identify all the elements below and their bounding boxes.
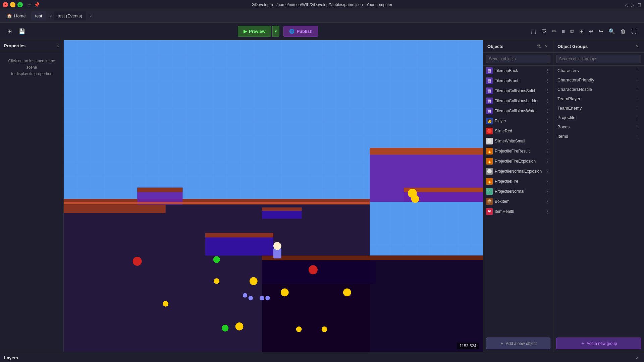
- add-new-object-button[interactable]: ＋ Add a new object: [486, 338, 550, 349]
- object-item-tilemapback[interactable]: ▦ TilemapBack ⋮: [483, 66, 553, 76]
- undo-button[interactable]: ↩: [587, 27, 595, 36]
- object-item-projectilefireresult[interactable]: 🔥 ProjectileFireResult ⋮: [483, 146, 553, 156]
- tab-test-close[interactable]: ×: [49, 14, 52, 18]
- group-name-teamplayer: TeamPlayer: [557, 96, 581, 101]
- collision-button[interactable]: 🛡: [539, 27, 549, 36]
- object-more-projectilefire[interactable]: ⋮: [544, 179, 550, 184]
- object-more-tilemapback[interactable]: ⋮: [544, 68, 550, 73]
- object-item-tilemapfront[interactable]: ▦ TilemapFront ⋮: [483, 76, 553, 86]
- object-item-tilemapcollisionsladder[interactable]: ▦ TilemapCollisionsLadder ⋮: [483, 96, 553, 106]
- arrow-right-icon[interactable]: ▷: [631, 2, 635, 7]
- object-name-projectilenormal: ProjectileNormal: [495, 189, 542, 194]
- object-item-projectilefireexplosion[interactable]: 🔥 ProjectileFireExplosion ⋮: [483, 156, 553, 166]
- objects-panel-title: Objects: [487, 44, 503, 49]
- object-item-projectilenormalexplosion[interactable]: ⚪ ProjectileNormalExplosion ⋮: [483, 166, 553, 176]
- preview-button[interactable]: ▶ Preview: [238, 26, 271, 37]
- save-button[interactable]: 💾: [16, 27, 27, 36]
- expand-icon[interactable]: ⊡: [637, 2, 641, 7]
- tab-home[interactable]: 🏠 Home: [3, 11, 30, 20]
- object-more-projectilefireexplosion[interactable]: ⋮: [544, 159, 550, 164]
- group-more-items[interactable]: ⋮: [634, 133, 640, 139]
- object-item-projectilenormal[interactable]: 〰 ProjectileNormal ⋮: [483, 186, 553, 196]
- group-more-charactershostile[interactable]: ⋮: [634, 86, 640, 92]
- group-more-boxes[interactable]: ⋮: [634, 124, 640, 129]
- object-more-projectilenormalexplosion[interactable]: ⋮: [544, 169, 550, 174]
- window-maximize-button[interactable]: □: [17, 2, 23, 7]
- tab-test-events[interactable]: test (Events): [54, 11, 86, 20]
- object-icon-projectilefireresult: 🔥: [486, 148, 493, 155]
- menu-icon[interactable]: ☰: [28, 2, 32, 7]
- object-item-tilemapcollisionswater[interactable]: ▦ TilemapCollisionsWater ⋮: [483, 106, 553, 116]
- object-item-projectilefire[interactable]: 🔥 ProjectileFire ⋮: [483, 176, 553, 186]
- zoom-button[interactable]: 🔍: [606, 27, 617, 36]
- objects-search-input[interactable]: [486, 55, 550, 63]
- object-item-player[interactable]: 🧑 Player ⋮: [483, 116, 553, 126]
- pin-icon: 📌: [34, 2, 40, 7]
- object-item-itemhealth[interactable]: ❤ ItemHealth ⋮: [483, 206, 553, 217]
- delete-button[interactable]: 🗑: [619, 27, 628, 36]
- 3d-view-button[interactable]: ⬚: [529, 27, 538, 36]
- object-more-player[interactable]: ⋮: [544, 118, 550, 124]
- group-item-teamplayer[interactable]: TeamPlayer ⋮: [553, 94, 644, 103]
- window-minimize-button[interactable]: −: [10, 2, 15, 7]
- object-more-slimered[interactable]: ⋮: [544, 128, 550, 134]
- layer-button[interactable]: ⧉: [568, 27, 576, 36]
- group-more-characters[interactable]: ⋮: [634, 68, 640, 73]
- group-item-projectile[interactable]: Projectile ⋮: [553, 113, 644, 122]
- object-more-tilemapcollisionssolid[interactable]: ⋮: [544, 88, 550, 94]
- group-more-teamplayer[interactable]: ⋮: [634, 96, 640, 101]
- group-name-charactershostile: CharactersHostile: [557, 87, 592, 92]
- object-name-boxitem: BoxItem: [495, 199, 542, 204]
- group-item-teamenemy[interactable]: TeamEnemy ⋮: [553, 103, 644, 113]
- fullscreen-button[interactable]: ⛶: [629, 27, 639, 36]
- grid-button[interactable]: ⊞: [577, 27, 586, 36]
- object-more-tilemapfront[interactable]: ⋮: [544, 78, 550, 83]
- object-icon-projectilefireexplosion: 🔥: [486, 158, 493, 165]
- object-item-slimewhitesmall[interactable]: ⚪ SlimeWhiteSmall ⋮: [483, 136, 553, 146]
- redo-button[interactable]: ↪: [597, 27, 605, 36]
- object-icon-projectilenormalexplosion: ⚪: [486, 168, 493, 175]
- groups-search-input[interactable]: [556, 55, 641, 63]
- object-more-projectilenormal[interactable]: ⋮: [544, 189, 550, 194]
- object-item-boxitem[interactable]: 📦 BoxItem ⋮: [483, 196, 553, 206]
- object-more-projectilefireresult[interactable]: ⋮: [544, 148, 550, 154]
- group-name-items: Items: [557, 134, 568, 139]
- window-close-button[interactable]: ×: [3, 2, 8, 7]
- object-item-tilemapcollisionssolid[interactable]: ▦ TilemapCollisionsSolid ⋮: [483, 86, 553, 96]
- tab-test-events-label: test (Events): [58, 13, 82, 18]
- object-more-slimewhitesmall[interactable]: ⋮: [544, 138, 550, 144]
- object-more-itemhealth[interactable]: ⋮: [544, 209, 550, 214]
- group-more-projectile[interactable]: ⋮: [634, 115, 640, 120]
- group-name-characters: Characters: [557, 68, 579, 73]
- edit-button[interactable]: ✏: [550, 27, 558, 36]
- toolbar-right: ⬚ 🛡 ✏ ≡ ⧉ ⊞ ↩ ↪ 🔍 🗑 ⛶: [529, 27, 639, 36]
- properties-panel: Properties × Click on an instance in the…: [0, 40, 64, 352]
- object-more-tilemapcollisionswater[interactable]: ⋮: [544, 108, 550, 114]
- publish-button[interactable]: 🌐 Publish: [283, 26, 318, 37]
- object-item-slimered[interactable]: 🔴 SlimeRed ⋮: [483, 126, 553, 136]
- object-icon-projectilenormal: 〰: [486, 188, 493, 195]
- properties-close-button[interactable]: ×: [57, 43, 59, 48]
- tab-test-label: test: [35, 13, 42, 18]
- filter-button[interactable]: ⚗: [535, 43, 542, 50]
- group-item-items[interactable]: Items ⋮: [553, 131, 644, 141]
- list-button[interactable]: ≡: [560, 27, 567, 36]
- objects-close-button[interactable]: ×: [544, 43, 549, 50]
- group-more-teamenemy[interactable]: ⋮: [634, 105, 640, 111]
- tab-test-events-close[interactable]: ×: [89, 14, 92, 18]
- group-item-charactersfriendly[interactable]: CharactersFriendly ⋮: [553, 75, 644, 84]
- group-item-characters[interactable]: Characters ⋮: [553, 66, 644, 75]
- object-more-boxitem[interactable]: ⋮: [544, 199, 550, 204]
- tab-test[interactable]: test: [31, 11, 46, 20]
- add-new-group-button[interactable]: ＋ Add a new group: [556, 338, 641, 349]
- grid-view-button[interactable]: ⊞: [5, 27, 14, 36]
- arrow-left-icon[interactable]: ◁: [625, 2, 628, 7]
- groups-close-button[interactable]: ×: [635, 43, 640, 50]
- object-more-tilemapcollisionsladder[interactable]: ⋮: [544, 98, 550, 104]
- scene-canvas[interactable]: 1153;524: [64, 40, 483, 352]
- group-item-charactershostile[interactable]: CharactersHostile ⋮: [553, 84, 644, 94]
- group-item-boxes[interactable]: Boxes ⋮: [553, 122, 644, 131]
- preview-dropdown-button[interactable]: ▾: [272, 26, 279, 37]
- layers-close-button[interactable]: ×: [635, 354, 640, 361]
- group-more-charactersfriendly[interactable]: ⋮: [634, 77, 640, 82]
